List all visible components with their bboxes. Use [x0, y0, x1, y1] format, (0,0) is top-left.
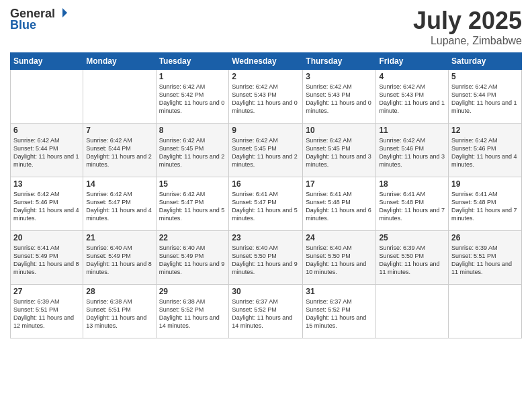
day-number: 28	[86, 287, 152, 296]
day-info: Sunrise: 6:40 AMSunset: 5:49 PMDaylight:…	[159, 244, 226, 277]
day-number: 31	[306, 287, 373, 296]
day-number: 23	[232, 233, 300, 242]
day-number: 30	[232, 287, 300, 296]
day-info: Sunrise: 6:38 AMSunset: 5:52 PMDaylight:…	[159, 298, 226, 330]
day-number: 11	[379, 126, 445, 135]
calendar-week-row: 20Sunrise: 6:41 AMSunset: 5:49 PMDayligh…	[11, 231, 522, 285]
calendar-cell: 28Sunrise: 6:38 AMSunset: 5:51 PMDayligh…	[83, 285, 156, 338]
day-number: 26	[451, 233, 519, 242]
calendar-cell: 23Sunrise: 6:40 AMSunset: 5:50 PMDayligh…	[229, 231, 303, 285]
day-number: 20	[13, 233, 80, 242]
day-number: 12	[451, 126, 519, 135]
header: General Blue July 2025 Lupane, Zimbabwe	[10, 7, 522, 47]
day-number: 1	[159, 72, 226, 81]
day-info: Sunrise: 6:42 AMSunset: 5:44 PMDaylight:…	[86, 136, 152, 169]
day-number: 5	[451, 72, 519, 81]
day-number: 24	[306, 233, 373, 242]
calendar-cell: 8Sunrise: 6:42 AMSunset: 5:45 PMDaylight…	[156, 124, 229, 177]
day-number: 21	[86, 233, 152, 242]
calendar-cell	[449, 285, 522, 338]
day-info: Sunrise: 6:42 AMSunset: 5:43 PMDaylight:…	[306, 83, 373, 116]
day-number: 29	[159, 287, 226, 296]
calendar-cell: 30Sunrise: 6:37 AMSunset: 5:52 PMDayligh…	[229, 285, 303, 338]
day-info: Sunrise: 6:42 AMSunset: 5:46 PMDaylight:…	[379, 136, 445, 169]
day-info: Sunrise: 6:37 AMSunset: 5:52 PMDaylight:…	[306, 298, 373, 330]
logo-blue-text: Blue	[10, 18, 36, 32]
calendar-cell: 3Sunrise: 6:42 AMSunset: 5:43 PMDaylight…	[303, 70, 376, 124]
svg-marker-0	[62, 8, 67, 17]
day-info: Sunrise: 6:42 AMSunset: 5:47 PMDaylight:…	[159, 190, 226, 223]
day-info: Sunrise: 6:40 AMSunset: 5:49 PMDaylight:…	[86, 244, 152, 277]
calendar-cell: 9Sunrise: 6:42 AMSunset: 5:45 PMDaylight…	[229, 124, 303, 177]
calendar-cell: 21Sunrise: 6:40 AMSunset: 5:49 PMDayligh…	[83, 231, 156, 285]
day-header-saturday: Saturday	[449, 53, 522, 70]
day-info: Sunrise: 6:38 AMSunset: 5:51 PMDaylight:…	[86, 298, 152, 330]
day-number: 15	[159, 179, 226, 189]
calendar-cell: 19Sunrise: 6:41 AMSunset: 5:48 PMDayligh…	[449, 177, 522, 231]
calendar-cell: 27Sunrise: 6:39 AMSunset: 5:51 PMDayligh…	[11, 285, 83, 338]
day-info: Sunrise: 6:42 AMSunset: 5:45 PMDaylight:…	[159, 136, 226, 169]
calendar-cell: 24Sunrise: 6:40 AMSunset: 5:50 PMDayligh…	[303, 231, 376, 285]
calendar-header-row: SundayMondayTuesdayWednesdayThursdayFrid…	[11, 53, 522, 70]
day-number: 14	[86, 179, 152, 189]
calendar-table: SundayMondayTuesdayWednesdayThursdayFrid…	[10, 52, 522, 338]
day-info: Sunrise: 6:37 AMSunset: 5:52 PMDaylight:…	[232, 298, 300, 330]
calendar-week-row: 27Sunrise: 6:39 AMSunset: 5:51 PMDayligh…	[11, 285, 522, 338]
calendar-cell: 14Sunrise: 6:42 AMSunset: 5:47 PMDayligh…	[83, 177, 156, 231]
calendar-cell: 7Sunrise: 6:42 AMSunset: 5:44 PMDaylight…	[83, 124, 156, 177]
day-header-friday: Friday	[376, 53, 449, 70]
calendar-week-row: 1Sunrise: 6:42 AMSunset: 5:42 PMDaylight…	[11, 70, 522, 124]
calendar-cell: 10Sunrise: 6:42 AMSunset: 5:45 PMDayligh…	[303, 124, 376, 177]
calendar-cell: 20Sunrise: 6:41 AMSunset: 5:49 PMDayligh…	[11, 231, 83, 285]
day-number: 18	[379, 179, 445, 189]
calendar-cell: 1Sunrise: 6:42 AMSunset: 5:42 PMDaylight…	[156, 70, 229, 124]
logo: General Blue	[10, 7, 68, 32]
day-info: Sunrise: 6:42 AMSunset: 5:46 PMDaylight:…	[451, 136, 519, 169]
day-info: Sunrise: 6:42 AMSunset: 5:43 PMDaylight:…	[379, 83, 445, 116]
day-number: 9	[232, 126, 300, 135]
day-info: Sunrise: 6:39 AMSunset: 5:50 PMDaylight:…	[379, 244, 445, 277]
calendar-cell: 12Sunrise: 6:42 AMSunset: 5:46 PMDayligh…	[449, 124, 522, 177]
day-info: Sunrise: 6:42 AMSunset: 5:44 PMDaylight:…	[451, 83, 519, 116]
day-number: 22	[159, 233, 226, 242]
calendar-cell: 4Sunrise: 6:42 AMSunset: 5:43 PMDaylight…	[376, 70, 449, 124]
day-header-sunday: Sunday	[11, 53, 83, 70]
calendar-cell	[83, 70, 156, 124]
day-info: Sunrise: 6:42 AMSunset: 5:45 PMDaylight:…	[306, 136, 373, 169]
day-header-wednesday: Wednesday	[229, 53, 303, 70]
day-number: 16	[232, 179, 300, 189]
month-title: July 2025	[413, 7, 522, 35]
calendar-cell: 22Sunrise: 6:40 AMSunset: 5:49 PMDayligh…	[156, 231, 229, 285]
calendar-cell: 18Sunrise: 6:41 AMSunset: 5:48 PMDayligh…	[376, 177, 449, 231]
location: Lupane, Zimbabwe	[413, 35, 522, 47]
calendar-cell: 13Sunrise: 6:42 AMSunset: 5:46 PMDayligh…	[11, 177, 83, 231]
calendar-cell: 11Sunrise: 6:42 AMSunset: 5:46 PMDayligh…	[376, 124, 449, 177]
calendar-cell: 31Sunrise: 6:37 AMSunset: 5:52 PMDayligh…	[303, 285, 376, 338]
day-header-thursday: Thursday	[303, 53, 376, 70]
day-info: Sunrise: 6:41 AMSunset: 5:48 PMDaylight:…	[451, 190, 519, 223]
day-number: 17	[306, 179, 373, 189]
day-number: 6	[13, 126, 80, 135]
calendar-cell	[376, 285, 449, 338]
day-info: Sunrise: 6:42 AMSunset: 5:42 PMDaylight:…	[159, 83, 226, 116]
day-info: Sunrise: 6:42 AMSunset: 5:47 PMDaylight:…	[86, 190, 152, 223]
calendar-cell: 15Sunrise: 6:42 AMSunset: 5:47 PMDayligh…	[156, 177, 229, 231]
day-number: 27	[13, 287, 80, 296]
calendar-week-row: 6Sunrise: 6:42 AMSunset: 5:44 PMDaylight…	[11, 124, 522, 177]
day-info: Sunrise: 6:42 AMSunset: 5:45 PMDaylight:…	[232, 136, 300, 169]
calendar-cell: 25Sunrise: 6:39 AMSunset: 5:50 PMDayligh…	[376, 231, 449, 285]
day-info: Sunrise: 6:42 AMSunset: 5:44 PMDaylight:…	[13, 136, 80, 169]
day-info: Sunrise: 6:42 AMSunset: 5:46 PMDaylight:…	[13, 190, 80, 223]
title-area: July 2025 Lupane, Zimbabwe	[413, 7, 522, 47]
day-number: 4	[379, 72, 445, 81]
day-info: Sunrise: 6:41 AMSunset: 5:48 PMDaylight:…	[379, 190, 445, 223]
day-info: Sunrise: 6:42 AMSunset: 5:43 PMDaylight:…	[232, 83, 300, 116]
day-number: 8	[159, 126, 226, 135]
day-header-monday: Monday	[83, 53, 156, 70]
day-number: 25	[379, 233, 445, 242]
calendar-page: General Blue July 2025 Lupane, Zimbabwe …	[0, 0, 532, 411]
logo-flag-icon	[57, 7, 68, 21]
day-info: Sunrise: 6:41 AMSunset: 5:48 PMDaylight:…	[306, 190, 373, 223]
day-info: Sunrise: 6:39 AMSunset: 5:51 PMDaylight:…	[13, 298, 80, 330]
calendar-cell: 26Sunrise: 6:39 AMSunset: 5:51 PMDayligh…	[449, 231, 522, 285]
